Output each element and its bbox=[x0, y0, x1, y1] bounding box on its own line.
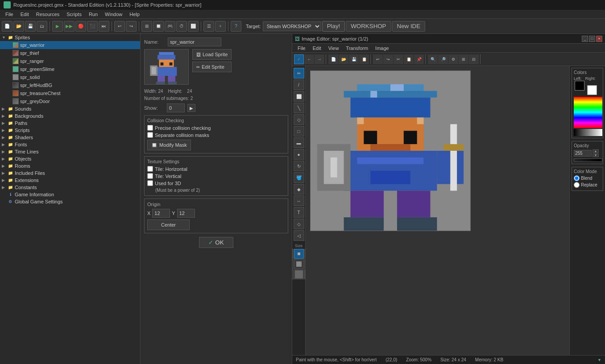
opacity-up-btn[interactable]: ▲ bbox=[593, 149, 599, 153]
tb-run-button[interactable]: ▶ bbox=[52, 21, 63, 32]
tree-item-spr-treasure[interactable]: spr_treasureChest bbox=[0, 89, 140, 97]
size-4x4[interactable] bbox=[292, 259, 294, 269]
menu-file[interactable]: File bbox=[2, 11, 17, 18]
opacity-bar[interactable] bbox=[574, 158, 602, 162]
origin-x-input[interactable] bbox=[152, 209, 170, 218]
paths-expand-icon[interactable]: ▶ bbox=[2, 121, 6, 125]
ie-menu-view[interactable]: View bbox=[325, 45, 343, 52]
tb-list-button[interactable]: ☰ bbox=[203, 21, 214, 32]
scripts-expand-icon[interactable]: ▶ bbox=[2, 128, 6, 132]
main-canvas[interactable] bbox=[310, 70, 471, 231]
tool-select-line[interactable]: ╲ bbox=[294, 103, 304, 113]
replace-radio[interactable] bbox=[574, 182, 580, 188]
tree-item-spr-greydoor[interactable]: spr_greyDoor bbox=[0, 97, 140, 105]
ie-menu-file[interactable]: File bbox=[294, 45, 309, 52]
tool-mirror[interactable]: ↔ bbox=[294, 195, 304, 206]
ie-tb-back-btn[interactable]: ← bbox=[304, 54, 314, 64]
tool-rotate[interactable]: ↻ bbox=[294, 161, 304, 171]
ie-tb-zoom-in-btn[interactable]: 🔍 bbox=[428, 54, 438, 64]
left-color-swatch[interactable] bbox=[575, 81, 584, 91]
tb-help-button[interactable]: ? bbox=[231, 21, 241, 32]
target-dropdown[interactable]: Steam WORKSHOP bbox=[263, 21, 321, 31]
ie-menu-image[interactable]: Image bbox=[372, 45, 393, 52]
ie-tb-redo-btn[interactable]: ↪ bbox=[383, 54, 393, 64]
tree-included-group[interactable]: ▶ 📁 Included Files bbox=[0, 170, 140, 177]
tool-pencil[interactable]: ✏ bbox=[294, 68, 304, 79]
tool-wand[interactable]: ◁ bbox=[294, 230, 304, 241]
sprites-expand-icon[interactable]: ▼ bbox=[2, 35, 6, 40]
tool-text[interactable]: T bbox=[294, 207, 304, 218]
tree-item-spr-greenslime[interactable]: spr_greenSlime bbox=[0, 65, 140, 73]
origin-y-input[interactable] bbox=[177, 209, 195, 218]
tool-fill-circle[interactable]: ● bbox=[294, 149, 304, 160]
tb-stop-button[interactable]: ⬛ bbox=[87, 21, 98, 32]
tool-select-diamond[interactable]: ◇ bbox=[294, 114, 304, 125]
menu-window[interactable]: Window bbox=[101, 11, 126, 18]
tool-diamond-sel[interactable]: ◆ bbox=[294, 184, 304, 194]
tree-game-info[interactable]: ℹ Game Information bbox=[0, 191, 140, 198]
size-5x5[interactable] bbox=[294, 259, 304, 269]
edit-sprite-button[interactable]: ✏ Edit Sprite bbox=[192, 62, 232, 72]
new-ide-button[interactable]: New IDE bbox=[392, 21, 426, 32]
tree-fonts-group[interactable]: ▶ 📁 Fonts bbox=[0, 141, 140, 148]
tb-new-button[interactable]: 📄 bbox=[2, 21, 12, 32]
tree-constants-group[interactable]: ▶ 📁 Constants bbox=[0, 184, 140, 191]
tool-select-box[interactable]: □ bbox=[294, 126, 304, 136]
tree-item-spr-solid[interactable]: spr_solid bbox=[0, 73, 140, 81]
tb-gamepad-button[interactable]: 🎮 bbox=[165, 21, 175, 32]
included-expand-icon[interactable]: ▶ bbox=[2, 171, 6, 175]
show-arrow-up[interactable]: ▶ bbox=[187, 104, 195, 112]
menu-run[interactable]: Run bbox=[85, 11, 101, 18]
tree-backgrounds-group[interactable]: ▶ 📁 Backgrounds bbox=[0, 112, 140, 120]
tb-run-compile-button[interactable]: 🔴 bbox=[75, 21, 86, 32]
tree-item-spr-ranger[interactable]: spr_ranger bbox=[0, 57, 140, 65]
menu-resources[interactable]: Resources bbox=[33, 11, 63, 18]
tree-paths-group[interactable]: ▶ 📁 Paths bbox=[0, 120, 140, 127]
tree-global-settings[interactable]: ⚙ Global Game Settings bbox=[0, 198, 140, 205]
ie-canvas-area[interactable] bbox=[306, 66, 569, 355]
menu-help[interactable]: Help bbox=[126, 11, 143, 18]
tool-color-pick[interactable]: ◇ bbox=[294, 219, 304, 229]
tb-box-button[interactable]: ⬜ bbox=[188, 21, 199, 32]
size-1x1[interactable] bbox=[292, 249, 294, 259]
extensions-expand-icon[interactable]: ▶ bbox=[2, 178, 6, 182]
play-button[interactable]: Play! bbox=[322, 21, 345, 32]
constants-expand-icon[interactable]: ▶ bbox=[2, 185, 6, 190]
tb-save-all-button[interactable]: 🗂 bbox=[37, 21, 47, 32]
right-color-swatch[interactable] bbox=[587, 85, 597, 95]
ok-button[interactable]: ✓ OK bbox=[199, 237, 233, 248]
tree-item-spr-warrior[interactable]: spr_warrior bbox=[0, 41, 140, 49]
tile-v-checkbox[interactable] bbox=[147, 173, 153, 179]
ie-tb-cut-btn[interactable]: ✂ bbox=[394, 54, 403, 64]
tile-h-checkbox[interactable] bbox=[147, 166, 153, 172]
ie-tb-new-btn[interactable]: 📄 bbox=[328, 54, 338, 64]
ie-tb-settings-btn[interactable]: ⚙ bbox=[448, 54, 458, 64]
ie-tb-accept-btn[interactable]: ✓ bbox=[294, 54, 304, 64]
bw-gradient[interactable] bbox=[574, 129, 602, 136]
precise-collision-checkbox[interactable] bbox=[147, 125, 153, 131]
tb-clock-button[interactable]: ⏱ bbox=[176, 21, 187, 32]
ie-tb-copy-btn[interactable]: 📋 bbox=[404, 54, 414, 64]
minimize-button[interactable]: _ bbox=[582, 36, 588, 42]
tool-line[interactable]: / bbox=[294, 79, 304, 90]
ie-tb-open-btn[interactable]: 📂 bbox=[339, 54, 348, 64]
tree-item-spr-thief[interactable]: spr_thief bbox=[0, 49, 140, 57]
load-sprite-button[interactable]: 🖼 Load Sprite bbox=[192, 49, 232, 60]
tree-objects-group[interactable]: ▶ 📁 Objects bbox=[0, 155, 140, 162]
size-2x2[interactable] bbox=[294, 249, 304, 259]
close-button[interactable]: × bbox=[596, 36, 602, 42]
separate-masks-checkbox[interactable] bbox=[147, 132, 153, 138]
ie-tb-zoom-out-btn[interactable]: 🔎 bbox=[438, 54, 448, 64]
ie-tb-save-btn[interactable]: 💾 bbox=[349, 54, 359, 64]
tree-extensions-group[interactable]: ▶ 📁 Extensions bbox=[0, 177, 140, 184]
ie-tb-zoom-reset-btn[interactable]: ⊟ bbox=[469, 54, 479, 64]
rooms-expand-icon[interactable]: ▶ bbox=[2, 164, 6, 168]
tree-scripts-group[interactable]: ▶ 📁 Scripts bbox=[0, 127, 140, 134]
tree-rooms-group[interactable]: ▶ 📁 Rooms bbox=[0, 162, 140, 170]
ie-tb-paste-btn[interactable]: 📌 bbox=[414, 54, 424, 64]
ie-menu-transform[interactable]: Transform bbox=[342, 45, 372, 52]
used-3d-checkbox[interactable] bbox=[147, 180, 153, 186]
tree-sprites-group[interactable]: ▼ 📁 Sprites bbox=[0, 34, 140, 41]
workshop-button[interactable]: WORKSHOP bbox=[346, 21, 391, 32]
tool-flood-fill[interactable]: 🪣 bbox=[294, 172, 304, 183]
